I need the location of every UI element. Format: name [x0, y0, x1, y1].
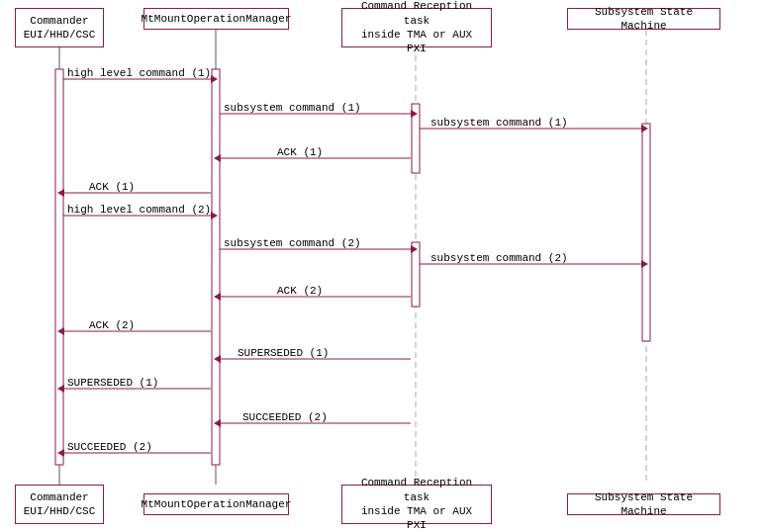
svg-marker-34 [214, 293, 221, 301]
diagram-svg: high level command (1) subsystem command… [0, 0, 763, 532]
svg-rect-5 [212, 69, 220, 465]
svg-text:SUPERSEDED (1): SUPERSEDED (1) [67, 377, 158, 389]
svg-text:subsystem command (1): subsystem command (1) [430, 117, 568, 129]
svg-marker-13 [411, 110, 418, 118]
participant-subsystem-top: Subsystem State Machine [567, 8, 720, 30]
svg-marker-40 [214, 355, 221, 363]
svg-marker-49 [57, 449, 64, 457]
participant-commander-bottom: Commander EUI/HHD/CSC [15, 485, 104, 524]
svg-marker-28 [411, 245, 418, 253]
svg-text:high level command (2): high level command (2) [67, 204, 211, 216]
sequence-diagram: high level command (1) subsystem command… [0, 0, 763, 532]
svg-text:high level command (1): high level command (1) [67, 67, 211, 79]
svg-text:SUPERSEDED (1): SUPERSEDED (1) [238, 347, 329, 359]
svg-text:ACK (2): ACK (2) [89, 319, 135, 331]
participant-cmdreception-top: Command Reception task inside TMA or AUX… [341, 8, 492, 47]
svg-text:ACK (1): ACK (1) [277, 146, 323, 158]
svg-rect-7 [412, 242, 420, 307]
svg-text:subsystem command (2): subsystem command (2) [224, 237, 361, 249]
svg-marker-22 [57, 189, 64, 197]
svg-marker-16 [641, 125, 648, 133]
svg-marker-46 [214, 419, 221, 427]
svg-rect-4 [55, 69, 63, 465]
svg-text:SUCCEEDED (2): SUCCEEDED (2) [67, 441, 152, 453]
svg-text:subsystem command (2): subsystem command (2) [430, 252, 568, 264]
svg-rect-6 [412, 104, 420, 173]
svg-text:ACK (2): ACK (2) [277, 285, 323, 297]
participant-mtmount-top: MtMountOperationManager [143, 8, 289, 30]
svg-text:subsystem command (1): subsystem command (1) [224, 102, 361, 114]
svg-marker-37 [57, 327, 64, 335]
participant-subsystem-bottom: Subsystem State Machine [567, 493, 720, 515]
svg-text:SUCCEEDED (2): SUCCEEDED (2) [242, 411, 328, 423]
svg-marker-43 [57, 385, 64, 393]
svg-rect-8 [642, 124, 650, 341]
svg-marker-19 [214, 154, 221, 162]
participant-commander-top: Commander EUI/HHD/CSC [15, 8, 104, 47]
svg-text:ACK (1): ACK (1) [89, 181, 135, 193]
svg-marker-25 [211, 212, 218, 220]
participant-mtmount-bottom: MtMountOperationManager [143, 493, 289, 515]
svg-marker-31 [641, 260, 648, 268]
participant-cmdreception-bottom: Command Reception task inside TMA or AUX… [341, 485, 492, 524]
svg-marker-10 [211, 75, 218, 83]
